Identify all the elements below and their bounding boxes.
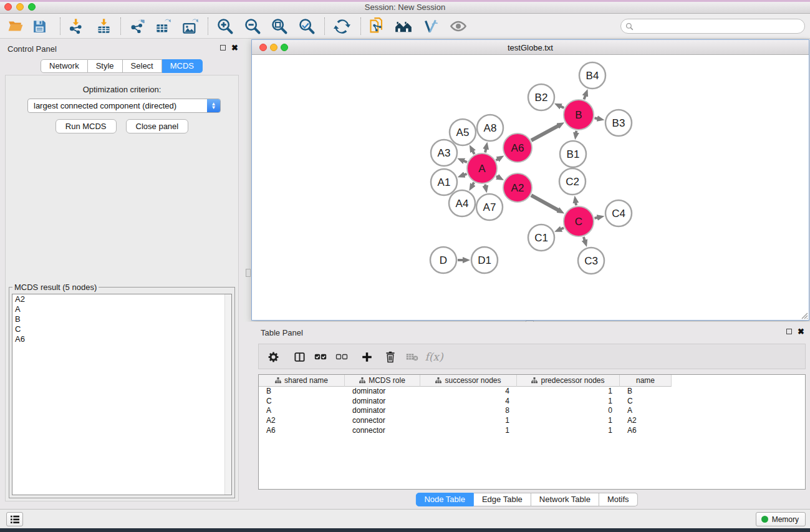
column-header-name[interactable]: name bbox=[620, 375, 672, 387]
close-panel-button[interactable]: Close panel bbox=[126, 119, 189, 133]
create-column-button[interactable] bbox=[357, 347, 376, 366]
node-A[interactable]: A bbox=[467, 153, 497, 183]
import-network-button[interactable] bbox=[64, 16, 87, 37]
node-B4[interactable]: B4 bbox=[579, 62, 605, 89]
run-mcds-button[interactable]: Run MCDS bbox=[55, 119, 117, 133]
node-A6[interactable]: A6 bbox=[503, 133, 532, 162]
edge-A-A1[interactable] bbox=[464, 174, 467, 175]
node-C4[interactable]: C4 bbox=[605, 200, 632, 226]
optimization-criterion-dropdown[interactable]: largest connected component (directed) ▲… bbox=[27, 99, 221, 113]
result-item[interactable]: A2 bbox=[12, 294, 231, 304]
edge-C-C4[interactable] bbox=[594, 218, 597, 218]
node-C2[interactable]: C2 bbox=[559, 168, 586, 195]
graphics-details-button[interactable] bbox=[419, 16, 441, 37]
table-row[interactable]: A2connector11A2 bbox=[259, 416, 805, 426]
node-A7[interactable]: A7 bbox=[476, 194, 503, 220]
refresh-layout-button[interactable] bbox=[330, 16, 353, 37]
deselect-all-button[interactable] bbox=[332, 347, 351, 366]
node-B1[interactable]: B1 bbox=[560, 141, 586, 167]
node-C1[interactable]: C1 bbox=[528, 225, 554, 251]
tab-network[interactable]: Network bbox=[41, 59, 88, 73]
node-table[interactable]: shared nameMCDS rolesuccessor nodesprede… bbox=[258, 374, 806, 490]
edge-C-C2[interactable] bbox=[576, 203, 576, 206]
edge-C-C3[interactable] bbox=[584, 237, 585, 241]
edge-A-A8[interactable] bbox=[485, 148, 486, 152]
import-table-button[interactable] bbox=[92, 16, 115, 37]
edge-A-A2[interactable] bbox=[496, 176, 498, 177]
network-canvas[interactable]: B4B2BB3A5A8A6B1A3AC2A1A2A4A7CC4C1C3DD1 bbox=[252, 55, 809, 320]
result-item[interactable]: A bbox=[12, 304, 231, 314]
node-D1[interactable]: D1 bbox=[471, 247, 498, 273]
memory-button[interactable]: Memory bbox=[756, 512, 806, 526]
tab-node-table[interactable]: Node Table bbox=[415, 493, 474, 506]
node-B[interactable]: B bbox=[564, 100, 594, 130]
save-session-button[interactable] bbox=[28, 16, 51, 37]
export-image-button[interactable] bbox=[178, 16, 201, 37]
node-C[interactable]: C bbox=[564, 206, 594, 236]
column-header-successor-nodes[interactable]: successor nodes bbox=[420, 375, 517, 387]
float-panel-icon[interactable] bbox=[786, 329, 792, 334]
search-input[interactable] bbox=[634, 22, 804, 31]
show-hide-details-button[interactable] bbox=[447, 16, 470, 37]
select-all-button[interactable] bbox=[311, 347, 330, 366]
export-table-button[interactable] bbox=[152, 16, 174, 37]
new-network-from-selection-button[interactable] bbox=[366, 16, 388, 37]
tab-edge-table[interactable]: Edge Table bbox=[474, 493, 531, 506]
table-settings-button[interactable] bbox=[264, 347, 282, 366]
node-A3[interactable]: A3 bbox=[431, 140, 457, 166]
zoom-selected-button[interactable] bbox=[296, 16, 318, 37]
column-header-MCDS-role[interactable]: MCDS role bbox=[345, 375, 420, 387]
tab-style[interactable]: Style bbox=[88, 59, 123, 73]
column-header-predecessor-nodes[interactable]: predecessor nodes bbox=[517, 375, 620, 387]
column-header-shared-name[interactable]: shared name bbox=[259, 375, 345, 387]
node-A5[interactable]: A5 bbox=[450, 119, 476, 145]
first-neighbors-button[interactable] bbox=[392, 16, 415, 37]
edge-A2-C[interactable] bbox=[531, 195, 559, 210]
float-panel-icon[interactable] bbox=[220, 45, 226, 51]
task-history-button[interactable] bbox=[6, 512, 23, 526]
network-window-titlebar[interactable]: testGlobe.txt bbox=[252, 40, 809, 55]
table-row[interactable]: Cdominator41C bbox=[259, 397, 805, 407]
node-D[interactable]: D bbox=[430, 247, 456, 273]
tab-network-table[interactable]: Network Table bbox=[531, 493, 599, 506]
node-B2[interactable]: B2 bbox=[528, 84, 554, 110]
show-columns-button[interactable] bbox=[290, 347, 309, 366]
result-scrollbar[interactable] bbox=[224, 294, 231, 495]
export-network-button[interactable] bbox=[125, 16, 148, 37]
close-panel-icon[interactable]: ✖ bbox=[798, 328, 804, 335]
result-item[interactable]: B bbox=[12, 314, 231, 324]
result-item[interactable]: A6 bbox=[12, 334, 231, 344]
edge-B-B4[interactable] bbox=[584, 95, 586, 99]
zoom-fit-button[interactable] bbox=[268, 16, 291, 37]
table-row[interactable]: A6connector11A6 bbox=[259, 426, 805, 436]
table-row[interactable]: Bdominator41B bbox=[259, 387, 805, 397]
edge-B-B1[interactable] bbox=[576, 131, 577, 133]
edge-A-A4[interactable] bbox=[473, 183, 474, 185]
node-A1[interactable]: A1 bbox=[431, 169, 457, 195]
divider-grip[interactable] bbox=[246, 269, 251, 277]
delete-table-button[interactable] bbox=[403, 347, 422, 366]
tab-select[interactable]: Select bbox=[123, 59, 162, 73]
node-A2[interactable]: A2 bbox=[503, 173, 532, 202]
close-panel-icon[interactable]: ✖ bbox=[231, 44, 238, 51]
network-graph[interactable]: B4B2BB3A5A8A6B1A3AC2A1A2A4A7CC4C1C3DD1 bbox=[252, 55, 809, 320]
table-row[interactable]: Adominator80A bbox=[259, 406, 805, 416]
edge-C-C1[interactable] bbox=[561, 228, 564, 229]
zoom-out-button[interactable] bbox=[241, 16, 264, 37]
node-A4[interactable]: A4 bbox=[449, 190, 475, 216]
edge-B-B2[interactable] bbox=[561, 106, 564, 108]
node-B3[interactable]: B3 bbox=[605, 110, 632, 136]
open-session-button[interactable] bbox=[4, 16, 27, 37]
node-C3[interactable]: C3 bbox=[578, 248, 604, 274]
tab-mcds[interactable]: MCDS bbox=[162, 59, 203, 73]
edge-A-A3[interactable] bbox=[463, 161, 466, 162]
function-builder-button[interactable]: f(x) bbox=[425, 347, 443, 366]
edge-A-A5[interactable] bbox=[473, 151, 475, 154]
edge-A6-B[interactable] bbox=[531, 126, 558, 141]
resize-grip-icon[interactable] bbox=[799, 311, 808, 319]
zoom-in-button[interactable] bbox=[214, 16, 236, 37]
edge-A-A6[interactable] bbox=[496, 159, 498, 160]
edge-A-A7[interactable] bbox=[485, 185, 486, 186]
node-A8[interactable]: A8 bbox=[477, 115, 503, 141]
delete-columns-button[interactable] bbox=[381, 347, 400, 366]
